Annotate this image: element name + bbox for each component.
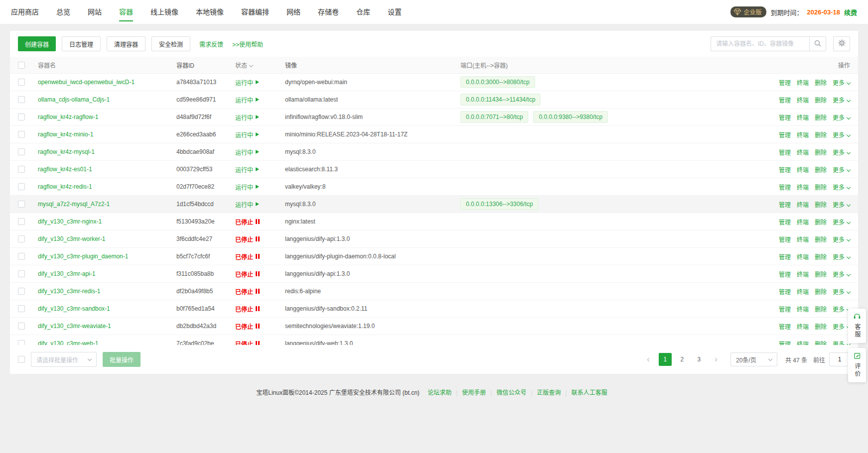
terminal-link[interactable]: 终端 [797, 78, 809, 87]
container-status[interactable]: 已停止 [235, 340, 260, 345]
row-checkbox[interactable] [18, 183, 25, 190]
delete-link[interactable]: 删除 [815, 340, 827, 345]
container-status[interactable]: 运行中 [235, 165, 259, 174]
terminal-link[interactable]: 终端 [797, 270, 809, 278]
container-name-link[interactable]: ragflow_kr4z-minio-1 [38, 131, 93, 138]
delete-link[interactable]: 删除 [815, 305, 827, 313]
manage-link[interactable]: 管理 [779, 200, 791, 209]
container-name-link[interactable]: dify_v130_c3mr-web-1 [38, 340, 98, 345]
footer-link[interactable]: 联系人工客服 [572, 389, 607, 396]
container-status[interactable]: 已停止 [235, 305, 260, 313]
terminal-link[interactable]: 终端 [797, 218, 809, 226]
container-status[interactable]: 已停止 [235, 218, 260, 226]
container-name-link[interactable]: ragflow_kr4z-redis-1 [38, 183, 92, 190]
footer-link[interactable]: 使用手册 [462, 389, 486, 396]
manage-link[interactable]: 管理 [779, 183, 791, 191]
container-status[interactable]: 运行中 [235, 113, 259, 121]
more-link[interactable]: 更多 [833, 235, 850, 243]
manage-link[interactable]: 管理 [779, 113, 791, 121]
nav-item[interactable]: 应用商店 [11, 0, 39, 24]
renew-link[interactable]: 续费 [844, 7, 857, 17]
row-checkbox[interactable] [18, 305, 25, 312]
manage-link[interactable]: 管理 [779, 287, 791, 296]
container-name-link[interactable]: dify_v130_c3mr-worker-1 [38, 235, 105, 242]
table-settings-button[interactable] [833, 36, 850, 51]
container-name-link[interactable]: openwebui_iwcd-openwebui_iwcD-1 [38, 79, 135, 86]
row-checkbox[interactable] [18, 201, 25, 208]
container-status[interactable]: 已停止 [235, 287, 260, 296]
search-input[interactable] [711, 36, 809, 51]
terminal-link[interactable]: 终端 [797, 200, 809, 209]
container-name-link[interactable]: mysql_a7z2-mysql_A7z2-1 [38, 201, 110, 208]
more-link[interactable]: 更多 [833, 113, 850, 121]
page-button-2[interactable]: 2 [676, 353, 689, 366]
container-name-link[interactable]: dify_v130_c3mr-sandbox-1 [38, 305, 110, 312]
nav-item[interactable]: 网络 [287, 0, 300, 24]
batch-select-all-checkbox[interactable] [18, 356, 25, 363]
container-name-link[interactable]: dify_v130_c3mr-plugin_daemon-1 [38, 253, 128, 260]
goto-page-input[interactable] [829, 352, 850, 366]
more-link[interactable]: 更多 [833, 287, 850, 296]
container-status[interactable]: 运行中 [235, 183, 259, 191]
manage-link[interactable]: 管理 [779, 322, 791, 331]
create-container-button[interactable]: 创建容器 [18, 36, 56, 51]
delete-link[interactable]: 删除 [815, 322, 827, 331]
nav-item[interactable]: 设置 [388, 0, 402, 24]
row-checkbox[interactable] [18, 148, 25, 155]
nav-item[interactable]: 线上镜像 [150, 0, 178, 24]
delete-link[interactable]: 删除 [815, 96, 827, 104]
manage-link[interactable]: 管理 [779, 235, 791, 243]
container-status[interactable]: 已停止 [235, 270, 260, 278]
more-link[interactable]: 更多 [833, 200, 850, 209]
row-checkbox[interactable] [18, 96, 25, 103]
help-link[interactable]: >>使用帮助 [232, 40, 263, 48]
row-checkbox[interactable] [18, 288, 25, 295]
row-checkbox[interactable] [18, 323, 25, 330]
terminal-link[interactable]: 终端 [797, 183, 809, 191]
manage-link[interactable]: 管理 [779, 130, 791, 139]
nav-item[interactable]: 容器 [119, 0, 133, 24]
terminal-link[interactable]: 终端 [797, 252, 809, 261]
batch-operation-button[interactable]: 批量操作 [103, 352, 141, 367]
manage-link[interactable]: 管理 [779, 218, 791, 226]
manage-link[interactable]: 管理 [779, 96, 791, 104]
more-link[interactable]: 更多 [833, 305, 850, 313]
customer-service-button[interactable]: 客服 [848, 309, 866, 343]
feedback-link[interactable]: 需求反馈 [199, 40, 223, 48]
container-name-link[interactable]: dify_v130_c3mr-weaviate-1 [38, 323, 111, 330]
nav-item[interactable]: 存储卷 [318, 0, 339, 24]
container-name-link[interactable]: ragflow_kr4z-mysql-1 [38, 148, 95, 155]
next-page-button[interactable]: › [710, 353, 723, 366]
row-checkbox[interactable] [18, 79, 25, 86]
page-size-select[interactable]: 20条/页 [730, 352, 777, 366]
container-status[interactable]: 运行中 [235, 78, 259, 87]
page-button-3[interactable]: 3 [693, 353, 706, 366]
nav-item[interactable]: 本地镜像 [196, 0, 224, 24]
review-button[interactable]: 评价 [848, 348, 866, 382]
terminal-link[interactable]: 终端 [797, 113, 809, 121]
manage-link[interactable]: 管理 [779, 270, 791, 278]
more-link[interactable]: 更多 [833, 270, 850, 278]
row-checkbox[interactable] [18, 131, 25, 138]
manage-link[interactable]: 管理 [779, 78, 791, 87]
manage-link[interactable]: 管理 [779, 165, 791, 174]
container-status[interactable]: 已停止 [235, 252, 260, 261]
manage-link[interactable]: 管理 [779, 148, 791, 156]
footer-link[interactable]: 论坛求助 [428, 389, 451, 396]
row-checkbox[interactable] [18, 113, 25, 120]
container-name-link[interactable]: ragflow_kr4z-es01-1 [38, 166, 92, 173]
more-link[interactable]: 更多 [833, 165, 850, 174]
more-link[interactable]: 更多 [833, 218, 850, 226]
container-name-link[interactable]: ollama_cdjs-ollama_Cdjs-1 [38, 96, 110, 103]
container-name-link[interactable]: dify_v130_c3mr-api-1 [38, 270, 95, 277]
terminal-link[interactable]: 终端 [797, 305, 809, 313]
delete-link[interactable]: 删除 [815, 218, 827, 226]
nav-item[interactable]: 容器编排 [241, 0, 269, 24]
row-checkbox[interactable] [18, 340, 25, 345]
delete-link[interactable]: 删除 [815, 165, 827, 174]
terminal-link[interactable]: 终端 [797, 322, 809, 331]
more-link[interactable]: 更多 [833, 148, 850, 156]
row-checkbox[interactable] [18, 218, 25, 225]
delete-link[interactable]: 删除 [815, 270, 827, 278]
terminal-link[interactable]: 终端 [797, 287, 809, 296]
